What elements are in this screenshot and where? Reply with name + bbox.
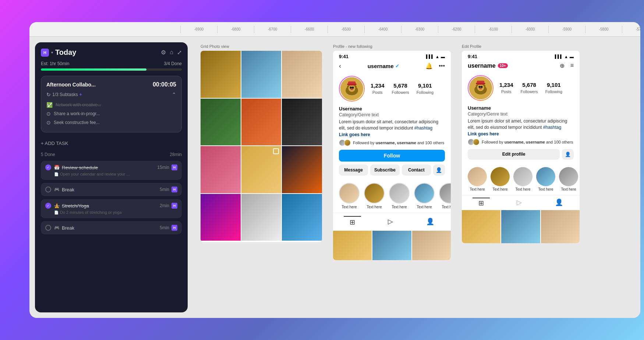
status-icons: ▌▌▌ ▲ ▬ [426, 54, 445, 59]
task-sub-review: 📄 Open your calendar and review your ... [45, 172, 177, 176]
ig-link[interactable]: Link goes here [339, 132, 445, 137]
ep-nav-username: username 10+ [468, 63, 508, 69]
ig-bio-text: Lorem ipsum dolor sit amet, consectetur … [339, 119, 445, 131]
task-panel: H ▾ Today ⚙ ⌂ ⤢ Est: 1hr 50min 3/4 Done [35, 42, 188, 312]
ig-highlight-3: Text here [389, 183, 410, 209]
svg-point-18 [479, 88, 482, 89]
ep-followers-count: 5,678 [521, 82, 538, 88]
ep-stat-followers: 5,678 Followers [521, 82, 538, 95]
posts-label: Posts [372, 90, 383, 95]
done-time-label: 28min [170, 152, 182, 157]
ig-bio-cat: Category/Genre text [339, 112, 445, 117]
ep-menu-icon[interactable]: ≡ [570, 62, 574, 69]
ig-highlight-circle-4[interactable] [414, 183, 435, 203]
ig-avatar-inner [340, 77, 364, 101]
ruler-tick: -6800 [217, 26, 254, 33]
grid-photo-frame [201, 51, 322, 242]
ig-highlight-circle-2[interactable] [364, 183, 385, 203]
settings-icon[interactable]: ⚙ [161, 49, 166, 56]
ep-person-icon-btn[interactable]: 👤 [562, 149, 574, 160]
ig-tab-reels[interactable]: ▷ [382, 216, 399, 228]
back-button[interactable]: ‹ [339, 62, 341, 70]
grid-cell-woman [282, 51, 322, 98]
ep-profile-info: 1,234 Posts 5,678 Followers 9,101 Follow… [462, 72, 580, 167]
grid-cell-mountain [241, 51, 282, 98]
task-item-left-break-2: 🎮 Break [45, 225, 74, 231]
ig-hashtag[interactable]: #hashtag [414, 125, 432, 131]
collapse-icon[interactable]: ⌃ [172, 92, 176, 98]
ig-highlight-4: Text here [414, 183, 435, 209]
ep-tab-tagged[interactable]: 👤 [549, 198, 569, 208]
add-task-button[interactable]: + ADD TASK [41, 138, 182, 149]
ep-hl-circle-1[interactable] [468, 167, 487, 186]
grid-preview-3 [412, 231, 451, 260]
ruler-tick: -6600 [291, 26, 328, 33]
ig-tab-grid[interactable]: ⊞ [344, 216, 361, 228]
ig-highlight-label-1: Text here [342, 205, 357, 209]
empty-circle-icon [45, 187, 51, 192]
ig-action-btns: Message Subscribe Contact 👤 [339, 164, 445, 176]
ig-highlight-5: Text here [439, 183, 451, 209]
ep-hashtag[interactable]: #hashtag [543, 125, 561, 130]
ig-highlight-circle-1[interactable] [339, 183, 360, 203]
status-bar: 9:41 ▌▌▌ ▲ ▬ [333, 51, 451, 61]
ig-highlight-circle-5[interactable] [439, 183, 451, 203]
ep-profile-top: 1,234 Posts 5,678 Followers 9,101 Follow… [468, 75, 574, 101]
ep-hl-circle-2[interactable] [491, 167, 510, 186]
expand-icon[interactable]: ⤢ [177, 49, 182, 56]
ep-link[interactable]: Link goes here [468, 131, 574, 137]
ig-tabs: ⊞ ▷ 👤 [333, 213, 451, 231]
grid-preview-2 [372, 231, 411, 260]
follow-button[interactable]: Follow [339, 150, 445, 162]
bell-icon[interactable]: 🔔 [425, 63, 433, 70]
subtask-item-pending-2: ⊙ Seek constructive fee... [46, 118, 176, 127]
add-subtask-icon[interactable]: + [79, 92, 82, 97]
ep-stats: 1,234 Posts 5,678 Followers 9,101 Follow… [499, 82, 562, 95]
ruler-tick: -6000 [512, 26, 548, 33]
ig-highlight-circle-3[interactable] [389, 183, 410, 203]
ep-hl-label-3: Text here [515, 187, 530, 191]
ep-mini-avatar-2 [473, 139, 480, 145]
ig-followers-text: Followed by username, username and 100 o… [353, 141, 444, 145]
ruler-bar: -6900 -6800 -6700 -6600 -6500 -6400 -630… [29, 22, 640, 37]
ruler-tick: -6500 [328, 26, 364, 33]
task-time-break-2: 5min H [160, 225, 177, 231]
ep-hl-circle-4[interactable] [536, 167, 555, 186]
edit-profile-frame: 9:41 ▌▌▌ ▲ ▬ username 10+ [462, 51, 580, 243]
ruler-tick: -6900 [180, 26, 217, 33]
ep-tab-grid[interactable]: ⊞ [473, 198, 490, 208]
subscribe-button[interactable]: Subscribe [370, 164, 399, 176]
ep-bio-cat: Category/Genre text [468, 111, 574, 117]
ig-profile-top: 1,234 Posts 5,678 Followers 9,101 Follow… [339, 76, 445, 102]
more-icon[interactable]: ••• [439, 63, 445, 70]
person-add-button[interactable]: 👤 [433, 164, 445, 176]
ruler-tick: -6200 [438, 26, 475, 33]
wifi-icon: ▲ [435, 54, 439, 59]
home-icon[interactable]: ⌂ [170, 49, 173, 56]
task-check-icon: ✓ [45, 164, 51, 170]
status-time: 9:41 [339, 54, 348, 59]
ep-hl-circle-3[interactable] [513, 167, 532, 186]
h-tag-break-2: H [171, 225, 177, 231]
ep-highlights: Text here Text here Text here Text [462, 167, 580, 195]
ig-highlight-label-3: Text here [392, 205, 407, 209]
edit-profile-button[interactable]: Edit profile [468, 149, 560, 160]
yoga-icon: 🧘 [54, 203, 60, 208]
progress-time-label: Est: 1hr 50min [41, 61, 69, 66]
ep-status-bar: 9:41 ▌▌▌ ▲ ▬ [462, 51, 580, 61]
ep-preview-avatars [468, 139, 480, 145]
task-item-yoga: ✓ 🧘 Stretch/Yoga 2min H 📄 [41, 199, 182, 218]
ep-tab-reels[interactable]: ▷ [511, 198, 528, 208]
ep-hl-circle-5[interactable] [559, 167, 578, 186]
ep-grid [462, 210, 580, 243]
subtasks-count: ↻ 1/3 Subtasks + [46, 92, 82, 98]
ig-tab-tagged[interactable]: 👤 [420, 216, 440, 228]
contact-button[interactable]: Contact [402, 164, 431, 176]
ig-nav: ‹ username ✓ 🔔 ••• [333, 61, 451, 73]
task-name-review: 📅 Review schedule [54, 165, 98, 170]
followers-count: 5,678 [392, 82, 409, 89]
message-button[interactable]: Message [339, 164, 368, 176]
ep-add-icon[interactable]: ⊕ [560, 62, 565, 69]
task-item-break-2: 🎮 Break 5min H [41, 221, 182, 234]
ep-grid-tabs: ⊞ ▷ 👤 [462, 195, 580, 210]
